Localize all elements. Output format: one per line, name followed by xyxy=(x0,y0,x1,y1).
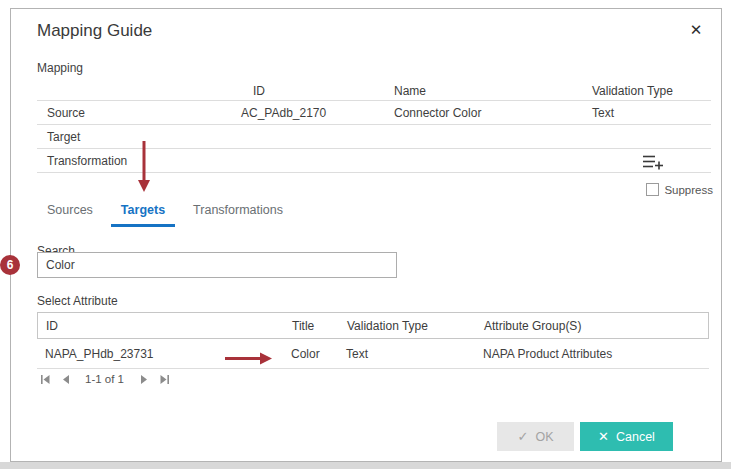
background-strip xyxy=(0,462,731,469)
dialog-title: Mapping Guide xyxy=(37,21,152,41)
mapping-row-source: Source AC_PAdb_2170 Connector Color Text xyxy=(37,101,711,125)
tab-sources[interactable]: Sources xyxy=(37,199,103,227)
mapping-header-validation-type: Validation Type xyxy=(592,84,711,98)
add-transformation-icon[interactable] xyxy=(643,153,663,171)
attribute-table-header: ID Title Validation Type Attribute Group… xyxy=(37,312,709,339)
attr-header-validation-type: Validation Type xyxy=(339,319,476,333)
suppress-label: Suppress xyxy=(664,184,713,196)
cancel-button-label: Cancel xyxy=(616,430,655,444)
source-id-value: AC_PAdb_2170 xyxy=(241,106,394,120)
check-icon: ✓ xyxy=(518,429,529,444)
close-button[interactable]: ✕ xyxy=(685,19,707,41)
last-page-button[interactable] xyxy=(158,373,170,385)
mapping-guide-dialog: Mapping Guide ✕ Mapping ID Name Validati… xyxy=(10,8,722,462)
ok-button[interactable]: ✓ OK xyxy=(497,422,574,451)
mapping-table-header: ID Name Validation Type xyxy=(37,81,711,101)
next-page-button[interactable] xyxy=(137,373,149,385)
cancel-x-icon: ✕ xyxy=(598,429,609,444)
search-input[interactable] xyxy=(37,252,397,278)
tab-transformations[interactable]: Transformations xyxy=(183,199,293,227)
suppress-option: Suppress xyxy=(646,183,713,196)
source-validation-type-value: Text xyxy=(592,106,711,120)
tab-targets[interactable]: Targets xyxy=(111,199,175,227)
mapping-header-name: Name xyxy=(394,84,592,98)
ok-button-label: OK xyxy=(535,430,553,444)
attr-header-attribute-groups: Attribute Group(S) xyxy=(476,319,708,333)
attr-header-id: ID xyxy=(38,319,284,333)
previous-page-button[interactable] xyxy=(60,373,72,385)
mapping-header-id: ID xyxy=(241,84,394,98)
attr-row-validation-type: Text xyxy=(338,347,475,361)
attr-row-title: Color xyxy=(283,347,338,361)
attr-row-attribute-groups: NAPA Product Attributes xyxy=(475,347,709,361)
tab-bar: Sources Targets Transformations xyxy=(37,199,301,227)
select-attribute-label: Select Attribute xyxy=(37,294,118,308)
source-name-value: Connector Color xyxy=(394,106,592,120)
pagination: 1-1 of 1 xyxy=(39,373,170,385)
dialog-footer: ✓ OK ✕ Cancel xyxy=(497,422,673,451)
mapping-section-label: Mapping xyxy=(37,61,83,75)
pagination-range: 1-1 of 1 xyxy=(85,373,124,385)
cancel-button[interactable]: ✕ Cancel xyxy=(580,422,673,451)
screen: Mapping Guide ✕ Mapping ID Name Validati… xyxy=(0,0,731,469)
attr-header-title: Title xyxy=(284,319,339,333)
first-page-button[interactable] xyxy=(39,373,51,385)
source-row-label: Source xyxy=(37,106,241,120)
annotation-arrow-down xyxy=(137,141,151,197)
attribute-table-row[interactable]: NAPA_PHdb_23731 Color Text NAPA Product … xyxy=(37,339,709,369)
annotation-arrow-right xyxy=(225,351,273,369)
annotation-step-badge: 6 xyxy=(0,255,20,275)
close-icon: ✕ xyxy=(690,21,703,38)
suppress-checkbox[interactable] xyxy=(646,183,659,196)
